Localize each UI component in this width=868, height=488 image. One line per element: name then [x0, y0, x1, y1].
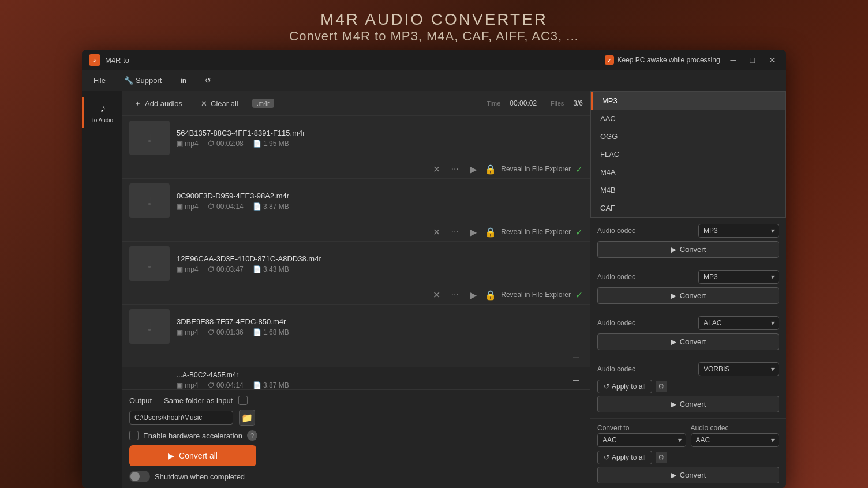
maximize-button[interactable]: □	[747, 54, 758, 66]
sidebar-item-audio[interactable]: ♪ to Audio	[82, 97, 122, 128]
codec-select-2[interactable]: MP3	[698, 270, 779, 284]
lock-icon: 🔒	[485, 227, 496, 238]
done-check-icon: ✓	[575, 227, 583, 238]
collapse-icon2[interactable]: ─	[569, 373, 583, 387]
convert-panel-1: Audio codec MP3 ▶ Convert	[590, 218, 786, 264]
add-audios-button[interactable]: ＋ Add audios	[129, 96, 187, 111]
reveal-in-explorer[interactable]: Reveal in File Explorer	[501, 228, 571, 236]
linkedin-icon[interactable]: in	[176, 74, 192, 87]
convert-button-1[interactable]: ▶ Convert	[597, 241, 779, 258]
convert-all-button[interactable]: ▶ Convert all	[129, 445, 256, 466]
format-option-caf[interactable]: CAF	[591, 199, 785, 217]
delete-icon[interactable]: ✕	[429, 162, 443, 176]
menu-support[interactable]: 🔧 Support	[119, 74, 167, 87]
convert-to-bottom: Convert to AAC Audio codec AAC	[590, 419, 786, 488]
minimize-button[interactable]: ─	[727, 54, 740, 66]
list-item: ...A-B0C2-4A5F.m4r ▣ mp4 ⏱ 00:04:14 📄 3.…	[122, 367, 590, 389]
output-label: Output	[129, 396, 158, 405]
clear-all-button[interactable]: ✕ Clear all	[196, 97, 243, 110]
collapse-icon[interactable]: ─	[569, 351, 583, 365]
reveal-in-explorer[interactable]: Reveal in File Explorer	[501, 165, 571, 173]
app-window: ♪ M4R to ✓ Keep PC awake while processin…	[82, 50, 786, 488]
list-item: ♩ 564B1357-88C3-4FF1-8391-F115.m4r ▣ mp4…	[122, 116, 590, 179]
bottom-panel: Output Same folder as input 📁 Enable har…	[122, 389, 590, 488]
wrench-icon: 🔧	[124, 76, 133, 85]
folder-browse-button[interactable]: 📁	[239, 410, 255, 426]
keep-awake-row: ✓ Keep PC awake while processing	[605, 55, 720, 65]
play-icon-3: ▶	[671, 337, 676, 346]
convert-to-codec-select[interactable]: AAC	[691, 433, 780, 447]
file-thumbnail: ♩	[129, 121, 170, 155]
hw-accel-checkbox[interactable]	[129, 431, 139, 440]
apply-to-all-button-bottom[interactable]: ↺ Apply to all	[597, 451, 652, 464]
convert-button-bottom[interactable]: ▶ Convert	[597, 467, 779, 483]
more-icon[interactable]: ···	[448, 162, 462, 176]
lock-icon: 🔒	[485, 290, 496, 301]
play-icon[interactable]: ▶	[466, 288, 480, 302]
file-thumbnail: ♩	[129, 183, 170, 218]
codec-select-4[interactable]: VORBIS	[698, 362, 779, 376]
hw-accel-help[interactable]: ?	[247, 430, 257, 441]
convert-panel-4: Audio codec VORBIS ↺ Apply to all ⚙	[590, 356, 786, 419]
convert-button-3[interactable]: ▶ Convert	[597, 333, 779, 350]
output-path-input[interactable]	[129, 411, 233, 425]
page-title2: Convert M4R to MP3, M4A, CAF, AIFF, AC3,…	[289, 29, 578, 44]
title-bar: ♪ M4R to ✓ Keep PC awake while processin…	[82, 50, 786, 70]
more-icon[interactable]: ···	[448, 288, 462, 302]
refresh-icon-bottom: ↺	[604, 453, 609, 461]
format-option-ogg[interactable]: OGG	[591, 127, 785, 145]
right-panel: MP3 AAC OGG FLAC M4A M4B CAF WAV AIFF WM…	[590, 91, 786, 488]
play-icon[interactable]: ▶	[466, 225, 480, 239]
codec-select-3[interactable]: ALAC	[698, 316, 779, 330]
same-folder-checkbox[interactable]	[238, 396, 248, 405]
list-item: ♩ 12E96CAA-3D3F-410D-871C-A8DD38.m4r ▣ m…	[122, 242, 590, 305]
keep-awake-label: Keep PC awake while processing	[618, 56, 720, 64]
format-list: MP3 AAC OGG FLAC M4A M4B CAF WAV AIFF WM…	[591, 92, 785, 218]
audio-codec-label-4: Audio codec	[597, 365, 635, 373]
file-thumbnail: ♩	[129, 309, 170, 344]
stat-time-value: 00:00:02	[510, 99, 537, 107]
close-button[interactable]: ✕	[765, 54, 779, 66]
settings-icon-4[interactable]: ⚙	[656, 381, 667, 392]
format-option-mp3[interactable]: MP3	[591, 92, 785, 110]
delete-icon[interactable]: ✕	[429, 288, 443, 302]
apply-to-all-button-4[interactable]: ↺ Apply to all	[597, 380, 652, 393]
reveal-in-explorer[interactable]: Reveal in File Explorer	[501, 291, 571, 299]
play-icon[interactable]: ▶	[466, 162, 480, 176]
format-option-m4b[interactable]: M4B	[591, 181, 785, 199]
convert-button-4[interactable]: ▶ Convert	[597, 396, 779, 412]
done-check-icon: ✓	[575, 164, 583, 175]
lock-icon: 🔒	[485, 164, 496, 175]
convert-panel-3: Audio codec ALAC ▶ Convert	[590, 310, 786, 356]
format-option-flac[interactable]: FLAC	[591, 145, 785, 163]
codec-select-1[interactable]: MP3	[698, 224, 779, 238]
play-icon-4: ▶	[671, 400, 676, 408]
done-check-icon: ✓	[575, 290, 583, 301]
x-icon: ✕	[201, 99, 207, 108]
file-name: 12E96CAA-3D3F-410D-871C-A8DD38.m4r	[177, 254, 583, 263]
more-icon[interactable]: ···	[448, 225, 462, 239]
history-icon[interactable]: ↺	[200, 74, 216, 87]
hw-accel-label: Enable hardware acceleration	[143, 431, 242, 440]
audio-codec-label-3: Audio codec	[597, 319, 635, 327]
format-option-m4a[interactable]: M4A	[591, 163, 785, 181]
page-title1: M4R AUDIO CONVERTER	[289, 10, 578, 29]
settings-icon-bottom[interactable]: ⚙	[656, 452, 667, 463]
file-name: 3DBE9E88-7F57-4EDC-850.m4r	[177, 317, 583, 326]
main-content: ♪ to Audio ＋ Add audios ✕ Clear all .m4r…	[82, 91, 786, 488]
menu-file[interactable]: File	[89, 74, 110, 87]
list-item: ♩ 0C900F3D-D959-4EE3-98A2.m4r ▣ mp4 ⏱ 00…	[122, 179, 590, 242]
convert-button-2[interactable]: ▶ Convert	[597, 287, 779, 304]
file-thumbnail: ♩	[129, 246, 170, 281]
shutdown-toggle[interactable]	[129, 471, 150, 482]
convert-to-format-select[interactable]: AAC	[597, 433, 686, 447]
convert-panel-2: Audio codec MP3 ▶ Convert	[590, 264, 786, 310]
delete-icon[interactable]: ✕	[429, 225, 443, 239]
audio-codec-label-2: Audio codec	[597, 273, 635, 281]
keep-awake-checkbox[interactable]: ✓	[605, 55, 614, 65]
stat-files-value: 3/6	[573, 99, 583, 107]
convert-to-format-label: Convert to	[597, 424, 686, 432]
stat-files-label: Files	[551, 100, 564, 107]
page-header: M4R AUDIO CONVERTER Convert M4R to MP3, …	[289, 0, 578, 50]
format-option-aac[interactable]: AAC	[591, 110, 785, 127]
